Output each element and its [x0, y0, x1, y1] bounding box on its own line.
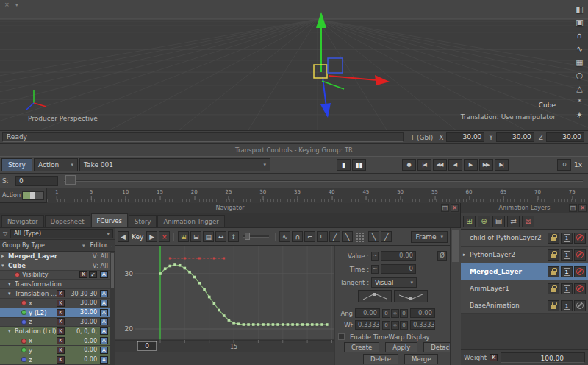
step-backward-button[interactable]: ◀◀	[433, 159, 447, 171]
key-button[interactable]: K	[79, 271, 87, 278]
expand-arrow-icon[interactable]: ▾	[1, 263, 8, 269]
keyframe-marker[interactable]	[164, 267, 167, 270]
visibility-checkbox[interactable]: ✓	[89, 271, 97, 278]
s-value-field[interactable]: 0	[15, 176, 58, 186]
s-slider[interactable]	[64, 180, 583, 182]
tree-row-transformation[interactable]: ▾Transformation	[0, 280, 110, 289]
keyframe-marker[interactable]	[173, 263, 176, 266]
weight-key-button[interactable]: K	[490, 354, 498, 361]
viewport-close-icon[interactable]: ×	[4, 1, 10, 8]
layer-row-animlayer1[interactable]: AnimLayer11	[461, 280, 588, 297]
keyframe-marker[interactable]	[276, 323, 279, 326]
close-icon[interactable]: ×	[451, 204, 459, 212]
animated-button[interactable]: A	[100, 300, 108, 307]
linear-in-tangent-button[interactable]: ╱	[329, 231, 340, 242]
tree-row-merged-layer[interactable]: ▸Merged_LayerV: All	[0, 252, 110, 261]
flatten-key-button[interactable]: ⊟	[190, 231, 201, 242]
angle-left-field[interactable]: 0.00	[355, 308, 380, 318]
angle-right-field[interactable]: 0.00	[410, 308, 435, 318]
playback-speed-label[interactable]: 1x	[574, 161, 582, 169]
keyframe-marker[interactable]	[267, 323, 270, 326]
sn-ap-tool-icon[interactable]: *	[573, 96, 586, 107]
new-child-layer-icon[interactable]: ⊕	[478, 216, 490, 227]
s-slider-handle[interactable]	[65, 175, 76, 185]
keyframe-marker[interactable]	[184, 267, 187, 270]
value-field[interactable]: 0.00	[381, 251, 416, 261]
value-interp-icon[interactable]: ~	[371, 252, 379, 261]
expand-arrow-icon[interactable]: ▾	[8, 328, 15, 334]
tree-scrollbar-thumb[interactable]	[111, 253, 114, 288]
editor-button[interactable]: Editor...	[90, 242, 112, 249]
light-toggle-icon[interactable]: ☀	[573, 109, 586, 121]
expand-arrow-icon[interactable]: ▸	[1, 253, 8, 259]
animated-button[interactable]: A	[100, 337, 108, 344]
go-to-start-button[interactable]: |◀	[417, 159, 431, 171]
lock-icon[interactable]	[548, 300, 559, 311]
axis-value-x[interactable]: 30.00	[446, 132, 484, 142]
display-double-button[interactable]: ▮▮	[352, 159, 366, 171]
manipulator-plane-edge[interactable]	[322, 81, 344, 89]
pre-infinity-button[interactable]: ╲	[368, 231, 379, 242]
mute-icon[interactable]	[574, 300, 586, 311]
mute-icon[interactable]	[574, 233, 586, 244]
play-button[interactable]: ▶	[464, 159, 478, 171]
red-key-marker[interactable]	[198, 258, 201, 260]
dock-icon[interactable]: ◫	[441, 204, 449, 212]
keyframe-marker[interactable]	[257, 323, 260, 326]
tree-row-y[interactable]: yK0.00A	[0, 346, 110, 355]
fcurve-graph[interactable]: 3020150	[115, 246, 334, 365]
keyframe-marker[interactable]	[326, 323, 329, 326]
tangent-handle-unified-button[interactable]	[358, 290, 392, 302]
manipulator-z-arrow-icon[interactable]	[320, 103, 331, 118]
duplicate-layer-icon[interactable]: ▤	[492, 216, 505, 227]
key-button[interactable]: K	[57, 318, 65, 325]
mute-icon[interactable]	[574, 249, 586, 261]
tangent-lock-right-icon[interactable]: 0	[400, 309, 408, 318]
tree-row-z[interactable]: zK0.00A	[0, 355, 110, 365]
key-button[interactable]: K	[57, 337, 65, 344]
tree-row-z[interactable]: zK30.00A	[0, 318, 110, 327]
key-scale-slider[interactable]	[243, 235, 269, 238]
animated-button[interactable]: A	[100, 347, 108, 354]
tab-story[interactable]: Story	[129, 215, 157, 227]
keyframe-marker[interactable]	[218, 309, 220, 312]
keyframe-marker[interactable]	[316, 323, 319, 326]
tree-row-x[interactable]: xK30.00A	[0, 299, 110, 308]
group-by-dropdown[interactable]: Group By Type ▾	[2, 242, 85, 249]
animated-button[interactable]: A	[100, 327, 108, 335]
layer-mode-button[interactable]: 1	[561, 300, 573, 311]
timewarp-checkbox[interactable]	[338, 333, 345, 340]
keyframe-marker[interactable]	[232, 322, 235, 325]
axis-value-z[interactable]: 30.00	[546, 132, 584, 142]
keyframe-marker[interactable]	[243, 323, 245, 326]
timeline-mode-label[interactable]: Action	[0, 192, 22, 199]
zero-slash-icon[interactable]: Ø	[437, 251, 447, 261]
camera-label[interactable]: Producer Perspective	[28, 115, 98, 122]
expand-arrow-icon[interactable]: ▾	[8, 281, 15, 287]
key-button[interactable]: K	[57, 300, 65, 307]
animated-button[interactable]: A	[100, 290, 108, 297]
tree-row-visibility[interactable]: VisibilityK✓A	[0, 271, 110, 280]
fcurve-graph-canvas[interactable]: 3020150	[115, 246, 334, 365]
action-dropdown[interactable]: Action ▾	[34, 158, 78, 171]
tab-animation-trigger[interactable]: Animation Trigger	[157, 215, 224, 227]
red-key-marker[interactable]	[213, 258, 215, 260]
tree-row-y-l2[interactable]: y (L2)K30.00A	[0, 308, 110, 318]
previous-key-button[interactable]: ◀	[118, 231, 129, 242]
keyframe-marker[interactable]	[287, 323, 290, 326]
animated-button[interactable]: A	[100, 271, 108, 278]
type-filter-dropdown[interactable]: All (Type) ▾	[10, 229, 113, 238]
tab-fcurves[interactable]: FCurves	[91, 213, 128, 227]
key-button[interactable]: K	[57, 327, 65, 335]
keyframe-marker[interactable]	[262, 323, 265, 326]
timeline-ruler[interactable]: 151015202530354045505560657075	[46, 188, 588, 203]
keyframe-marker[interactable]	[208, 296, 211, 299]
create-button[interactable]: Create	[344, 342, 379, 352]
red-key-marker[interactable]	[184, 258, 186, 260]
lock-icon[interactable]	[548, 233, 559, 244]
auto-tangent-button[interactable]: ∩	[292, 231, 303, 242]
layer-weight-slider[interactable]: 100.00	[501, 352, 585, 363]
manipulator-plane-handle[interactable]	[328, 58, 343, 73]
lock-icon[interactable]	[548, 283, 559, 294]
animated-button[interactable]: A	[100, 356, 108, 364]
